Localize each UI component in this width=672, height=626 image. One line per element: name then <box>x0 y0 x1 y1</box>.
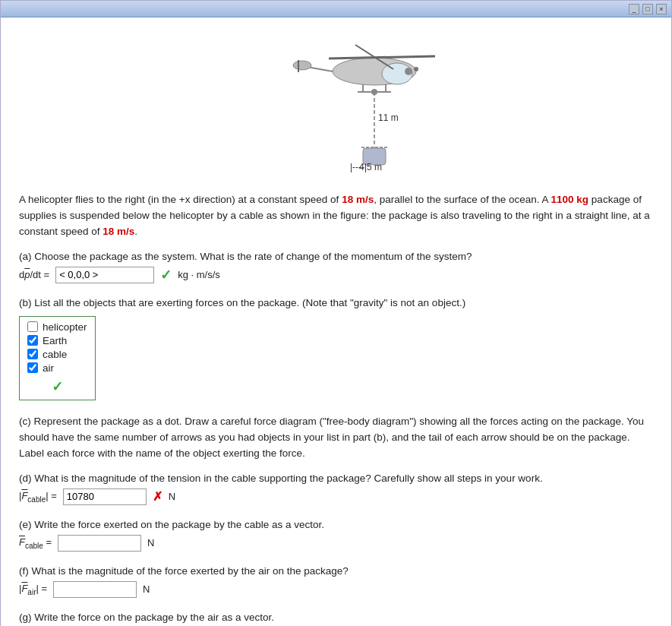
part-g-section: (g) Write the force on the package by th… <box>19 612 653 626</box>
air-checkbox[interactable] <box>27 362 38 373</box>
air-label: air <box>43 362 54 374</box>
part-b-label: (b) List all the objects that are exerti… <box>19 297 653 308</box>
part-c-label: (c) Represent the package as a dot. Draw… <box>19 416 644 459</box>
part-a-section: (a) Choose the package as the system. Wh… <box>19 251 653 283</box>
svg-point-16 <box>371 89 377 95</box>
part-e-math-label: Fcable = <box>19 536 52 550</box>
part-a-math-label: dp/dt = <box>19 269 49 280</box>
checkbox-list: helicopter Earth cable air ✓ <box>19 316 96 400</box>
part-f-math-label: |Fair| = <box>19 583 47 596</box>
diagram-area: 11 m |----| 4.5 m <box>19 30 653 182</box>
end-text: . <box>134 226 137 237</box>
part-d-label: (d) What is the magnitude of the tension… <box>19 473 653 484</box>
cable-checkbox[interactable] <box>27 349 38 359</box>
maximize-button[interactable]: □ <box>642 4 653 14</box>
speed2-value: 18 m/s <box>103 226 134 237</box>
checkbox-air: air <box>27 362 87 374</box>
content-area: 11 m |----| 4.5 m A helicopter flies to … <box>1 17 671 626</box>
close-button[interactable]: × <box>656 4 667 14</box>
part-f-input-row: |Fair| = N <box>19 581 653 598</box>
part-f-input[interactable] <box>53 581 137 598</box>
helicopter-diagram: 11 m |----| 4.5 m <box>222 30 450 174</box>
part-d-cross: ✗ <box>153 489 162 504</box>
part-f-section: (f) What is the magnitude of the force e… <box>19 565 653 598</box>
intro-text: A helicopter flies to the right (in the … <box>19 194 342 205</box>
helicopter-label: helicopter <box>43 321 87 333</box>
svg-line-4 <box>329 56 435 58</box>
helicopter-checkbox[interactable] <box>27 321 38 332</box>
part-d-section: (d) What is the magnitude of the tension… <box>19 473 653 505</box>
part-b-check-area: ✓ <box>27 378 87 395</box>
main-window: _ □ × <box>0 0 672 626</box>
part-e-section: (e) Write the force exerted on the packa… <box>19 519 653 552</box>
mass-value: 1100 kg <box>551 194 589 205</box>
part-b-checkmark: ✓ <box>52 378 63 395</box>
problem-text: A helicopter flies to the right (in the … <box>19 192 653 240</box>
part-e-input[interactable] <box>58 535 141 552</box>
part-d-input-row: |Fcable| = ✗ N <box>19 488 653 505</box>
part-b-section: (b) List all the objects that are exerti… <box>19 297 653 400</box>
cable-label: cable <box>43 349 67 360</box>
checkbox-cable: cable <box>27 349 87 360</box>
title-bar: _ □ × <box>1 1 671 17</box>
part-a-input[interactable] <box>55 267 154 283</box>
part-d-unit: N <box>169 491 175 502</box>
speed-value: 18 m/s <box>342 194 374 205</box>
part-g-label: (g) Write the force on the package by th… <box>19 612 653 623</box>
earth-label: Earth <box>43 335 67 346</box>
checkbox-helicopter: helicopter <box>27 321 87 333</box>
part-e-label: (e) Write the force exerted on the packa… <box>19 519 653 530</box>
mid1-text: , parallel to the surface of the ocean. … <box>374 194 551 205</box>
part-a-checkmark: ✓ <box>160 267 172 283</box>
checkbox-earth: Earth <box>27 335 87 346</box>
minimize-button[interactable]: _ <box>629 4 639 14</box>
part-a-label: (a) Choose the package as the system. Wh… <box>19 251 653 262</box>
window-controls: _ □ × <box>629 4 667 14</box>
part-a-unit: kg · m/s/s <box>178 269 220 280</box>
svg-text:4.5 m: 4.5 m <box>359 162 382 172</box>
part-c-section: (c) Represent the package as a dot. Draw… <box>19 414 653 462</box>
part-e-unit: N <box>147 537 154 549</box>
part-f-unit: N <box>143 583 150 595</box>
part-e-input-row: Fcable = N <box>19 535 653 552</box>
svg-point-2 <box>293 61 311 70</box>
part-f-label: (f) What is the magnitude of the force e… <box>19 565 653 577</box>
part-a-input-row: dp/dt = ✓ kg · m/s/s <box>19 267 653 283</box>
earth-checkbox[interactable] <box>27 335 38 346</box>
svg-text:11 m: 11 m <box>378 112 399 123</box>
svg-point-17 <box>405 68 412 75</box>
svg-point-18 <box>414 67 418 71</box>
part-d-input[interactable] <box>63 488 147 505</box>
part-d-math-label: |Fcable| = <box>19 490 57 504</box>
